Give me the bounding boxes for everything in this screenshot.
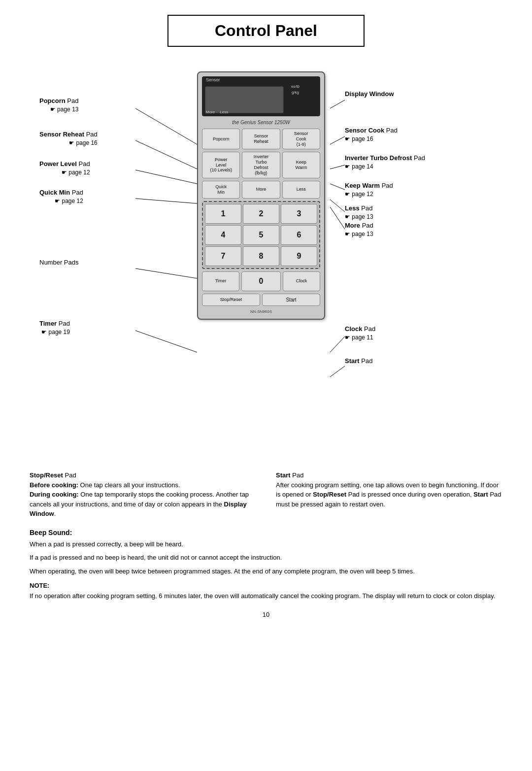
num-6-button[interactable]: 6: [281, 225, 317, 245]
annotation-clock: Clock Pad ☛ page 11: [345, 325, 375, 342]
annotation-less: Less Pad ☛ page 13: [345, 204, 373, 221]
stop-reset-ref: Stop/Reset: [313, 491, 346, 498]
annotation-start-pad: Start Pad: [345, 357, 372, 366]
numpad-grid: 1 2 3 4 5 6 7 8 9: [205, 204, 317, 266]
clock-button[interactable]: Clock: [283, 271, 320, 291]
svg-line-13: [330, 366, 345, 377]
stop-reset-description: Stop/Reset Pad Before cooking: One tap c…: [30, 470, 256, 519]
page-title: Control Panel: [167, 15, 365, 47]
page-number: 10: [30, 611, 502, 618]
keep-warm-button[interactable]: Keep Warm: [282, 152, 320, 178]
svg-line-2: [135, 170, 197, 184]
svg-line-0: [135, 108, 197, 144]
beep-sound-section: Beep Sound: When a pad is pressed correc…: [30, 529, 502, 576]
annotation-number-pads: Number Pads: [39, 259, 78, 267]
note-section: NOTE: If no operation after cooking prog…: [30, 582, 502, 601]
display-section: Sensor More Less oz/lb g/kg: [202, 76, 320, 116]
start-description: Start Pad After cooking program setting,…: [276, 470, 502, 519]
num-2-button[interactable]: 2: [243, 204, 279, 224]
annotation-more: More Pad ☛ page 13: [345, 222, 373, 238]
stop-start-descriptions: Stop/Reset Pad Before cooking: One tap c…: [30, 470, 502, 519]
numpad-area: 1 2 3 4 5 6 7 8 9: [202, 201, 320, 269]
svg-line-5: [135, 331, 197, 352]
more-button[interactable]: More: [242, 181, 280, 199]
annotation-popcorn: Popcorn Pad ☛ page 13: [39, 97, 78, 114]
annotation-timer: Timer Pad ☛ page 19: [39, 320, 70, 336]
svg-line-1: [135, 140, 197, 169]
svg-line-8: [330, 165, 345, 169]
svg-line-9: [330, 184, 345, 190]
stop-start-desc-container: Stop/Reset Pad Before cooking: One tap c…: [30, 470, 502, 519]
annotation-inverter-turbo-defrost: Inverter Turbo Defrost Pad ☛ page 14: [345, 154, 425, 171]
beep-line-3: When operating, the oven will beep twice…: [30, 567, 502, 576]
display-screen: [205, 86, 284, 113]
annotation-power-level: Power Level Pad ☛ page 12: [39, 160, 90, 177]
during-cooking-intro: During cooking:: [30, 491, 79, 498]
svg-line-3: [135, 199, 197, 203]
beep-title: Beep Sound:: [30, 529, 502, 536]
power-level-button[interactable]: Power Level (10 Levels): [202, 152, 240, 178]
num-7-button[interactable]: 7: [205, 246, 241, 266]
stop-start-row: Stop/Reset Start: [202, 294, 320, 306]
sensor-reheat-button[interactable]: Sensor Reheat: [242, 129, 280, 149]
beep-line-2: If a pad is pressed and no beep is heard…: [30, 553, 502, 563]
note-text: If no operation after cooking program se…: [30, 591, 502, 601]
annotation-sensor-reheat: Sensor Reheat Pad ☛ page 16: [39, 131, 98, 147]
svg-line-4: [135, 268, 197, 278]
stop-reset-button[interactable]: Stop/Reset: [202, 294, 260, 306]
annotation-display-window: Display Window: [345, 90, 394, 99]
beep-line-1: When a pad is pressed correctly, a beep …: [30, 539, 502, 549]
num-9-button[interactable]: 9: [281, 246, 317, 266]
start-label: Start: [276, 471, 291, 479]
quick-min-button[interactable]: Quick Min: [202, 181, 240, 199]
button-row-3: Quick Min More Less: [202, 181, 320, 199]
svg-line-11: [330, 207, 345, 229]
num-8-button[interactable]: 8: [243, 246, 279, 266]
diagram-section: Popcorn Pad ☛ page 13 Sensor Reheat Pad …: [30, 62, 502, 466]
sensor-label: Sensor: [206, 77, 220, 82]
display-more-less: More Less: [206, 110, 228, 114]
svg-line-10: [330, 200, 345, 212]
inverter-turbo-defrost-button[interactable]: Inverter Turbo Defrost (lb/kg): [242, 152, 280, 178]
note-title: NOTE:: [30, 582, 502, 589]
start-ref: Start: [473, 491, 488, 498]
svg-line-7: [330, 136, 345, 144]
num-3-button[interactable]: 3: [281, 204, 317, 224]
annotation-sensor-cook: Sensor Cook Pad ☛ page 16: [345, 127, 398, 143]
button-row-1: Popcorn Sensor Reheat Sensor Cook (1-9): [202, 129, 320, 149]
brand-label: the Genius Sensor 1250W: [202, 119, 320, 126]
less-button[interactable]: Less: [282, 181, 320, 199]
before-cooking-intro: Before cooking:: [30, 481, 78, 489]
timer-clock-row: Timer 0 Clock: [202, 271, 320, 291]
display-units: oz/lb g/kg: [291, 79, 299, 95]
timer-button[interactable]: Timer: [202, 271, 239, 291]
num-5-button[interactable]: 5: [243, 225, 279, 245]
sensor-cook-button[interactable]: Sensor Cook (1-9): [282, 129, 320, 149]
button-row-2: Power Level (10 Levels) Inverter Turbo D…: [202, 152, 320, 178]
zero-button[interactable]: 0: [241, 271, 281, 291]
svg-line-12: [330, 336, 345, 352]
num-1-button[interactable]: 1: [205, 204, 241, 224]
annotation-quick-min: Quick Min Pad ☛ page 12: [39, 189, 83, 205]
num-4-button[interactable]: 4: [205, 225, 241, 245]
before-cooking-text: One tap clears all your instructions.: [80, 481, 180, 489]
svg-line-6: [330, 100, 345, 108]
microwave-panel: Sensor More Less oz/lb g/kg the Genius S…: [197, 71, 325, 320]
annotation-keep-warm: Keep Warm Pad ☛ page 12: [345, 182, 393, 199]
stop-reset-label: Stop/Reset: [30, 471, 63, 479]
start-button[interactable]: Start: [262, 294, 320, 306]
start-middle: Pad is pressed once during oven operatio…: [348, 491, 472, 498]
popcorn-button[interactable]: Popcorn: [202, 129, 240, 149]
model-label: NN-SN960S: [202, 308, 320, 315]
